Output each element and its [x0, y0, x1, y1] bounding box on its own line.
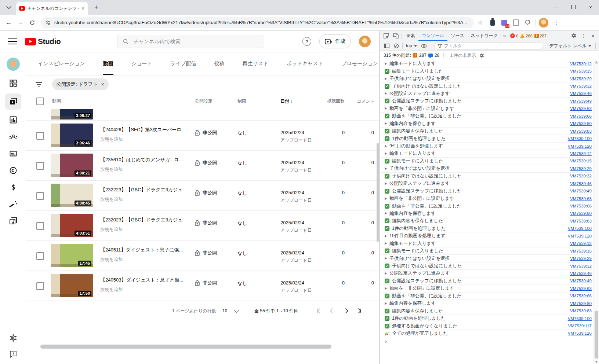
context-selector[interactable]: top: [404, 43, 419, 48]
vertical-scrollbar-thumb[interactable]: [377, 143, 379, 242]
expand-arrow-icon[interactable]: [385, 242, 387, 245]
warning-count-badge[interactable]: 286: [520, 34, 532, 38]
console-message[interactable]: ✓ 1件の動画を処理しました VM7539:100: [380, 135, 599, 142]
prev-page-button[interactable]: [326, 306, 339, 315]
filter-icon[interactable]: [35, 81, 43, 87]
expand-arrow-icon[interactable]: [385, 77, 387, 80]
console-message[interactable]: 公開設定ステップに進みます VM7539:46: [380, 180, 599, 187]
devtools-tab[interactable]: ソース: [447, 31, 468, 41]
bookmark-star-icon[interactable]: ☆: [478, 19, 483, 26]
console-message[interactable]: ✓ 編集内容を保存しました VM7539:83: [380, 217, 599, 225]
visibility-cell[interactable]: 非公開: [195, 190, 217, 196]
youtube-studio-logo[interactable]: Studio: [25, 37, 61, 46]
expand-arrow-icon[interactable]: [385, 92, 387, 95]
row-checkbox[interactable]: [36, 162, 44, 170]
column-comments[interactable]: コメント: [357, 98, 375, 104]
console-message[interactable]: ✓ 動画を「非公開」に設定しました VM7539:66: [380, 293, 599, 300]
content-tab[interactable]: 動画: [103, 52, 113, 75]
browser-menu-icon[interactable]: ⋮: [551, 19, 561, 26]
url-text[interactable]: studio.youtube.com/channel/UCDAcg3naFuOZ…: [54, 20, 469, 25]
next-page-button[interactable]: [339, 306, 352, 315]
console-message[interactable]: ✓ 動画を「非公開」に設定しました VM7539:66: [380, 202, 599, 210]
sidebar-item-customization[interactable]: [5, 198, 21, 211]
console-message[interactable]: 子供向けではない設定を選択 VM7539:29: [380, 255, 599, 262]
video-title[interactable]: 【240426】【SFC】第3次スーパーロ...: [101, 126, 183, 133]
issue-count-badge[interactable]: !287: [534, 34, 547, 38]
horizontal-scrollbar-thumb[interactable]: [40, 345, 331, 349]
console-sidebar-toggle[interactable]: [382, 41, 392, 51]
console-message[interactable]: ✓ 1件の動画を処理しました VM7539:100: [380, 315, 599, 322]
expand-arrow-icon[interactable]: [385, 257, 387, 260]
column-video[interactable]: 動画: [52, 98, 61, 104]
console-message[interactable]: 動画を「非公開」に設定します VM7539:63: [380, 285, 599, 292]
inspect-element-button[interactable]: [381, 31, 391, 41]
browser-profile-avatar[interactable]: [539, 18, 548, 27]
console-scrollbar[interactable]: [593, 60, 599, 364]
devtools-settings-button[interactable]: [569, 31, 578, 41]
console-message[interactable]: ✓ 子供向けではない設定にしました VM7539:32: [380, 173, 599, 180]
visibility-cell[interactable]: 非公開: [195, 129, 217, 136]
console-message[interactable]: 9件目の動画を処理します VM7539:120: [380, 143, 599, 150]
console-message[interactable]: ✓ 処理する動画がなくなりました VM7539:117: [380, 322, 599, 330]
video-row[interactable]: 17:50 【240503】ダイジェスト：息子と遊... 説明を追加 非公開: [26, 271, 380, 301]
console-filter-input[interactable]: フィルタ: [434, 42, 544, 49]
address-bar[interactable]: studio.youtube.com/channel/UCDAcg3naFuOZ…: [41, 17, 474, 28]
expand-arrow-icon[interactable]: [385, 302, 387, 305]
content-tab[interactable]: プロモーション: [341, 52, 378, 75]
console-message[interactable]: ✓ 子供向けではない設定にしました VM7539:32: [380, 82, 599, 90]
browser-tab[interactable]: チャンネルのコンテンツ - YouTube S ×: [16, 2, 88, 15]
clear-console-button[interactable]: [392, 41, 401, 51]
devtools-close-icon[interactable]: ×: [588, 33, 598, 39]
rows-per-page-caret-icon[interactable]: [234, 308, 239, 313]
expand-arrow-icon[interactable]: [385, 197, 387, 200]
column-visibility[interactable]: 公開設定: [195, 98, 213, 104]
console-message[interactable]: ✓ 編集モードに入りました VM7539:15: [380, 158, 599, 165]
console-message[interactable]: ✓ 編集モードに入りました VM7539:15: [380, 247, 599, 255]
sidebar-item-copyright[interactable]: [5, 164, 21, 177]
column-views[interactable]: 視聴回数: [315, 98, 345, 104]
video-row[interactable]: 4:00:21 【235610】はじめてのアンサガ...ロ... 説明を追加 非…: [26, 151, 380, 181]
device-toolbar-button[interactable]: [391, 31, 400, 41]
content-tab[interactable]: ライブ配信: [170, 52, 196, 75]
video-title[interactable]: 【232023】【GBC】ドラクエ3カジュ...: [101, 217, 183, 223]
console-message[interactable]: 編集内容を保存します VM7539:80: [380, 120, 599, 128]
hidden-messages-label[interactable]: 1 件の非表示: [450, 52, 476, 59]
video-thumbnail[interactable]: 3:06:27: [51, 109, 93, 120]
sidebar-item-analytics[interactable]: [5, 113, 21, 126]
tab-close-icon[interactable]: ×: [81, 5, 85, 12]
expand-arrow-icon[interactable]: [385, 152, 387, 155]
video-description-add[interactable]: 説明を追加: [101, 136, 183, 143]
visibility-cell[interactable]: 非公開: [195, 280, 217, 286]
site-settings-icon[interactable]: [46, 20, 51, 25]
extension-icon[interactable]: [488, 18, 497, 27]
expand-arrow-icon[interactable]: [385, 62, 387, 65]
maximize-button[interactable]: [565, 0, 582, 14]
video-thumbnail[interactable]: 17:45: [51, 244, 93, 267]
rows-per-page-value[interactable]: 10: [222, 308, 227, 313]
console-message[interactable]: ✓ 編集内容を保存しました VM7539:83: [380, 307, 599, 315]
sidebar-item-dashboard[interactable]: [5, 77, 21, 90]
console-message[interactable]: 動画を「非公開」に設定します VM7539:63: [380, 105, 599, 113]
console-message[interactable]: 編集モードに入ります VM7539:12: [380, 240, 599, 247]
reload-button[interactable]: [27, 18, 37, 28]
log-level-selector[interactable]: デフォルト レベル: [546, 43, 594, 49]
visibility-cell[interactable]: 非公開: [195, 220, 217, 226]
sidebar-item-subtitles[interactable]: [5, 147, 21, 160]
devtools-menu-icon[interactable]: ⋮: [578, 33, 588, 38]
row-checkbox[interactable]: [36, 132, 44, 140]
console-message[interactable]: ✓ 子供向けではない設定にしました VM7539:32: [380, 262, 599, 270]
console-message[interactable]: 公開設定ステップに進みます VM7539:46: [380, 90, 599, 98]
video-row[interactable]: 3:06:46 【240426】【SFC】第3次スーパーロ... 説明を追加 非…: [26, 121, 380, 151]
console-message[interactable]: 編集内容を保存します VM7539:80: [380, 300, 599, 307]
visibility-cell[interactable]: 非公開: [195, 159, 217, 166]
video-title[interactable]: 【235610】はじめてのアンサガ...ロ...: [101, 157, 183, 163]
video-thumbnail[interactable]: 3:06:46: [51, 124, 93, 147]
video-description-add[interactable]: 説明を追加: [101, 166, 183, 173]
console-message[interactable]: 10件目の動画を処理します VM7539:120: [380, 232, 599, 240]
scroll-down-arrow-icon[interactable]: [595, 361, 598, 363]
video-row[interactable]: 17:45 【240511】ダイジェスト：息子に強... 説明を追加 非公開: [26, 241, 380, 271]
more-tabs-icon[interactable]: »: [501, 33, 508, 38]
console-message[interactable]: ✓ 編集内容を保存しました VM7539:83: [380, 128, 599, 135]
create-button[interactable]: 作成: [319, 34, 351, 48]
sidebar-item-content[interactable]: [5, 93, 21, 110]
